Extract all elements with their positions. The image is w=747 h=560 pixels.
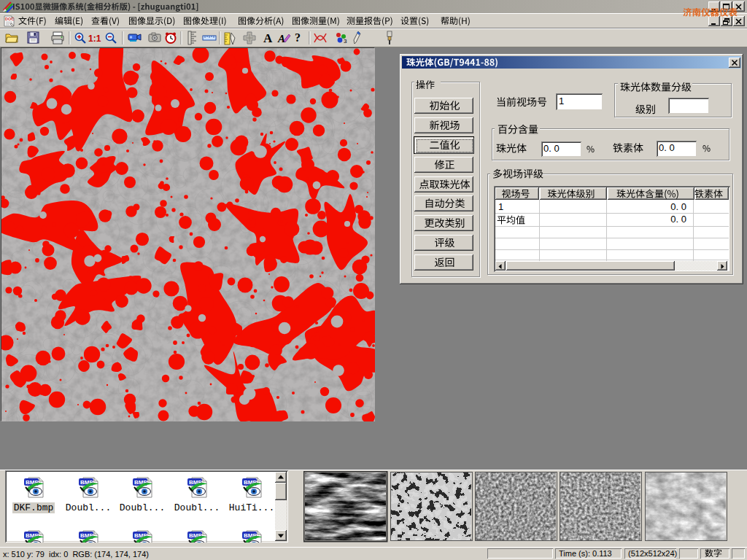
svg-text:?: ?: [295, 31, 301, 44]
svg-text:3: 3: [344, 38, 347, 44]
svg-text:A: A: [277, 33, 285, 44]
svg-text:1:1: 1:1: [88, 34, 101, 44]
svg-text:DOC: DOC: [5, 17, 14, 21]
svg-text:A: A: [263, 31, 273, 45]
